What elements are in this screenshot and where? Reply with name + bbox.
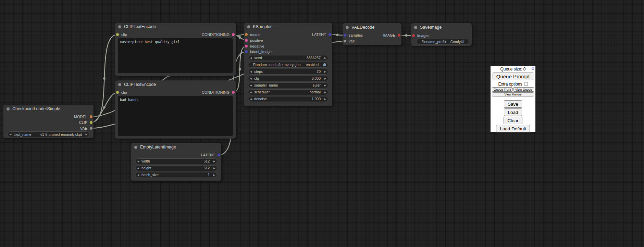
decrement-arrow-icon[interactable] <box>8 133 13 136</box>
model-input-port[interactable] <box>245 33 248 36</box>
latent-output-port[interactable] <box>329 33 331 36</box>
collapse-dot-icon[interactable] <box>118 83 121 86</box>
ckpt-name-combo-widget[interactable]: ckpt_name v1-5-pruned-emaonly.ckpt <box>8 131 89 137</box>
decrement-arrow-icon[interactable] <box>248 84 253 87</box>
node-title-bar[interactable]: EmptyLatentImage <box>131 143 221 151</box>
samples-input-port[interactable] <box>344 34 346 37</box>
conditioning-output-port[interactable] <box>232 33 235 36</box>
images-input-port[interactable] <box>412 34 415 37</box>
node-title: CLIPTextEncode <box>124 82 156 87</box>
widget-value: 20 <box>263 69 321 74</box>
node-vaedecode[interactable]: VAEDecode samples vae IMAGE <box>343 23 401 45</box>
clear-button[interactable]: Clear <box>504 117 522 124</box>
denoise-number-widget[interactable]: denoise 1.000 <box>248 96 328 102</box>
settings-gear-icon[interactable] <box>531 66 535 71</box>
increment-arrow-icon[interactable] <box>323 77 328 80</box>
collapse-dot-icon[interactable] <box>414 26 417 29</box>
toggle-on-indicator[interactable] <box>323 63 326 66</box>
node-title-bar[interactable]: CLIPTextEncode <box>115 23 236 31</box>
increment-arrow-icon[interactable] <box>323 70 328 73</box>
decrement-arrow-icon[interactable] <box>248 91 253 94</box>
view-history-button[interactable]: View History <box>492 92 534 96</box>
increment-arrow-icon[interactable] <box>212 160 217 163</box>
model-output-port[interactable] <box>90 115 92 118</box>
load-default-button[interactable]: Load Default <box>496 125 530 132</box>
view-queue-button[interactable]: View Queue <box>513 87 534 92</box>
clip-input-port[interactable] <box>116 91 119 94</box>
scheduler-combo-widget[interactable]: scheduler normal <box>248 89 328 95</box>
steps-number-widget[interactable]: steps 20 <box>248 69 328 75</box>
decrement-arrow-icon[interactable] <box>248 56 253 60</box>
widget-name: steps <box>254 69 263 74</box>
node-emptylatentimage[interactable]: EmptyLatentImage LATENT width 512 height… <box>131 143 221 181</box>
negative-input-port[interactable] <box>245 45 248 48</box>
collapse-dot-icon[interactable] <box>346 26 349 29</box>
node-checkpointloadersimple[interactable]: CheckpointLoaderSimple MODEL CLIP VAE ck… <box>3 105 94 138</box>
increment-arrow-icon[interactable] <box>84 133 89 136</box>
batch-size-number-widget[interactable]: batch_size 1 <box>135 172 217 178</box>
collapse-dot-icon[interactable] <box>118 25 121 28</box>
widget-name: Random seed after every gen <box>253 63 300 67</box>
image-output-port[interactable] <box>398 34 400 37</box>
conditioning-output-port[interactable] <box>232 91 235 94</box>
node-title-bar[interactable]: CheckpointLoaderSimple <box>3 105 94 113</box>
decrement-arrow-icon[interactable] <box>248 77 253 80</box>
vae-input-port[interactable] <box>344 40 346 42</box>
clip-input-port[interactable] <box>116 33 119 36</box>
input-label: clip <box>121 32 127 37</box>
increment-arrow-icon[interactable] <box>323 98 328 101</box>
decrement-arrow-icon[interactable] <box>136 173 141 177</box>
width-number-widget[interactable]: width 512 <box>135 158 217 164</box>
collapse-dot-icon[interactable] <box>247 25 250 28</box>
increment-arrow-icon[interactable] <box>323 84 328 87</box>
queue-prompt-button[interactable]: Queue Prompt <box>493 73 533 80</box>
node-ksampler[interactable]: KSampler model positive negative latent_… <box>244 23 332 106</box>
extra-options-checkbox[interactable] <box>524 82 528 86</box>
cfg-number-widget[interactable]: cfg 8.000 <box>248 76 328 81</box>
widget-name: scheduler <box>254 90 270 94</box>
seed-number-widget[interactable]: seed 8566257 <box>248 55 328 61</box>
node-cliptextencode-positive[interactable]: CLIPTextEncode clip CONDITIONING masterp… <box>115 23 236 76</box>
node-title-bar[interactable]: SaveImage <box>411 23 472 31</box>
widget-value: euler <box>278 83 321 87</box>
widget-name: denoise <box>254 97 267 101</box>
queue-front-button[interactable]: Queue Front <box>492 87 513 92</box>
link-midpoint-dot <box>239 36 241 39</box>
increment-arrow-icon[interactable] <box>212 167 217 170</box>
increment-arrow-icon[interactable] <box>212 173 217 177</box>
height-number-widget[interactable]: height 512 <box>135 165 217 171</box>
random-seed-toggle-widget[interactable]: Random seed after every gen enabled <box>248 62 328 68</box>
positive-input-port[interactable] <box>245 39 248 42</box>
node-title-bar[interactable]: KSampler <box>244 23 332 31</box>
latent-image-input-port[interactable] <box>245 50 248 53</box>
positive-prompt-textarea[interactable]: masterpiece best quality girl <box>118 38 233 73</box>
collapse-dot-icon[interactable] <box>134 146 137 149</box>
latent-output-port[interactable] <box>218 154 220 156</box>
negative-prompt-textarea[interactable]: bad hands <box>118 96 233 136</box>
filename-prefix-text-widget[interactable]: filename_prefix ComfyUI <box>417 39 469 44</box>
widget-value: normal <box>270 90 321 94</box>
widget-value: ComfyUI <box>446 40 469 44</box>
vae-output-port[interactable] <box>90 127 92 130</box>
node-title-bar[interactable]: CLIPTextEncode <box>115 80 236 89</box>
increment-arrow-icon[interactable] <box>323 56 328 60</box>
node-cliptextencode-negative[interactable]: CLIPTextEncode clip CONDITIONING bad han… <box>115 80 236 139</box>
collapse-dot-icon[interactable] <box>7 107 10 110</box>
widget-name: ckpt_name <box>14 132 31 136</box>
input-label: latent_image <box>250 50 272 54</box>
decrement-arrow-icon[interactable] <box>248 70 253 73</box>
link-midpoint-dot <box>239 68 241 70</box>
save-button[interactable]: Save <box>504 100 522 108</box>
node-title-bar[interactable]: VAEDecode <box>343 23 401 31</box>
clip-output-port[interactable] <box>90 121 92 124</box>
widget-value: 1.000 <box>267 97 321 101</box>
increment-arrow-icon[interactable] <box>323 91 328 94</box>
load-button[interactable]: Load <box>504 108 522 116</box>
decrement-arrow-icon[interactable] <box>136 160 141 163</box>
decrement-arrow-icon[interactable] <box>136 167 141 170</box>
input-label: negative <box>250 44 264 48</box>
decrement-arrow-icon[interactable] <box>248 98 253 101</box>
node-saveimage[interactable]: SaveImage images filename_prefix ComfyUI <box>411 23 472 46</box>
node-graph-canvas[interactable]: CheckpointLoaderSimple MODEL CLIP VAE ck… <box>0 0 644 247</box>
sampler-name-combo-widget[interactable]: sampler_name euler <box>248 82 328 88</box>
